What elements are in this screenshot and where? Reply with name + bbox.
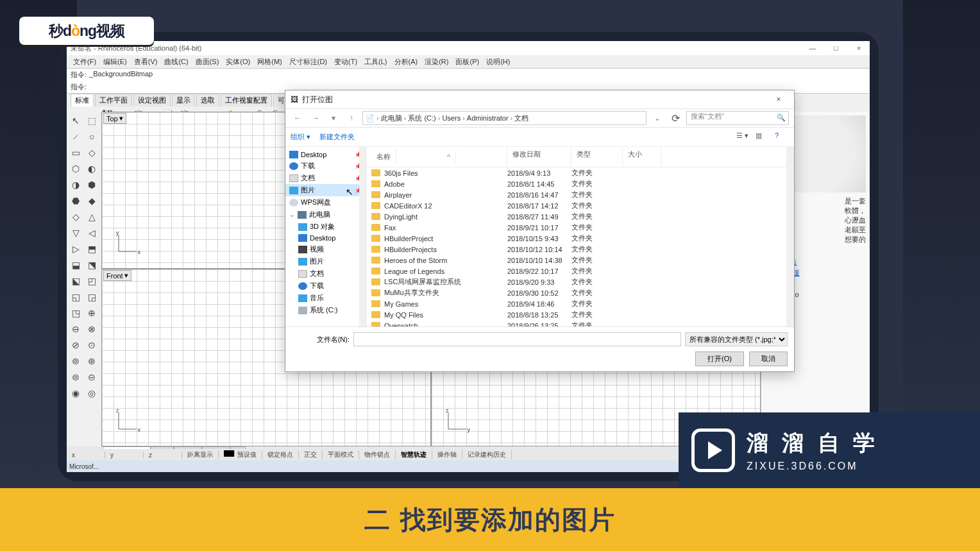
max-button[interactable]: □ (825, 41, 847, 55)
status-item[interactable]: 操作轴 (432, 450, 462, 459)
tree-node[interactable]: 图片📌 (285, 184, 366, 196)
organize-button[interactable]: 组织 ▾ (291, 132, 310, 142)
recent-dropdown[interactable]: ▾ (326, 111, 341, 125)
tool-tab[interactable]: 显示 (172, 94, 195, 106)
crumb-item[interactable]: Users (442, 114, 460, 122)
tree-node[interactable]: 音乐 (285, 292, 366, 304)
tool-button[interactable]: ▷ (68, 241, 83, 257)
tool-button[interactable]: ◰ (84, 273, 99, 289)
tree-node[interactable]: 图片 (285, 255, 366, 267)
tool-tab[interactable]: 选取 (196, 94, 219, 106)
help-button[interactable]: ? (775, 131, 789, 143)
menu-item[interactable]: 实体(O) (223, 57, 253, 67)
tree-scrollbar[interactable] (359, 147, 366, 326)
file-row[interactable]: HBuilderProject2018/10/15 9:43文件夹 (366, 233, 794, 244)
tool-tab[interactable]: 标准 (71, 94, 94, 106)
status-item[interactable]: 物件锁点 (359, 450, 396, 459)
tree-node[interactable]: 下载 (285, 280, 366, 292)
taskbar-item[interactable]: Microsof... (69, 463, 99, 470)
tool-button[interactable]: ▽ (68, 225, 83, 241)
filename-input[interactable] (353, 332, 681, 346)
status-item[interactable]: 正交 (299, 450, 323, 459)
tree-node[interactable]: WPS网盘 (285, 196, 366, 208)
crumb-item[interactable]: 系统 (C:) (408, 114, 435, 123)
file-row[interactable]: CADEditorX 122018/8/17 14:12文件夹 (366, 200, 794, 211)
file-row[interactable]: Airplayer2018/8/16 14:47文件夹 (366, 189, 794, 200)
menu-item[interactable]: 编辑(E) (101, 57, 130, 67)
status-item[interactable]: 预设值 (219, 450, 262, 459)
tool-button[interactable]: ⊚ (68, 353, 83, 369)
tree-node[interactable]: Desktop (285, 233, 366, 243)
breadcrumb[interactable]: 📄 ›此电脑›系统 (C:)›Users›Administrator›文档 (362, 111, 646, 125)
tool-button[interactable]: ⬡ (68, 161, 83, 176)
tool-tab[interactable]: 工作视窗配置 (221, 94, 272, 106)
menu-item[interactable]: 渲染(R) (422, 57, 451, 67)
tool-button[interactable]: ↖ (68, 113, 83, 128)
new-folder-button[interactable]: 新建文件夹 (319, 132, 355, 142)
tool-button[interactable]: ◲ (84, 289, 99, 305)
tool-button[interactable]: ⬕ (68, 273, 83, 289)
status-item[interactable]: 记录建构历史 (462, 450, 512, 459)
tree-node[interactable]: 下载📌 (285, 160, 366, 172)
file-row[interactable]: LSC局域网屏幕监控系统2018/9/20 9:33文件夹 (366, 276, 794, 287)
tool-button[interactable]: ◁ (84, 225, 99, 241)
menu-item[interactable]: 网格(M) (255, 57, 285, 67)
tool-button[interactable]: ⬒ (84, 241, 99, 257)
preview-pane-button[interactable]: ▥ (756, 131, 770, 143)
tool-button[interactable]: ⊕ (84, 305, 99, 321)
tool-button[interactable]: ⊗ (84, 321, 99, 337)
crumb-item[interactable]: Administrator (467, 114, 509, 122)
tree-node[interactable]: Desktop📌 (285, 149, 366, 160)
tree-node[interactable]: 文档 (285, 267, 366, 280)
menu-item[interactable]: 曲线(C) (162, 57, 190, 67)
tool-button[interactable]: ◇ (84, 145, 99, 160)
menu-item[interactable]: 工具(L) (362, 57, 389, 67)
vp-label-front[interactable]: Front▾ (103, 270, 131, 281)
status-item[interactable]: 锁定格点 (262, 450, 299, 459)
filelist-scrollbar[interactable] (786, 147, 794, 326)
file-row[interactable]: My Games2018/9/4 18:46文件夹 (366, 298, 794, 309)
tree-node[interactable]: ⌄此电脑 (285, 208, 366, 221)
col-date[interactable]: 修改日期 (507, 147, 571, 167)
menu-item[interactable]: 查看(V) (131, 57, 160, 67)
tool-button[interactable]: ⊝ (84, 369, 99, 385)
back-button[interactable]: ← (291, 111, 305, 125)
file-row[interactable]: 360js Files2018/9/4 9:13文件夹 (366, 167, 794, 178)
filetype-select[interactable]: 所有兼容的文件类型 (*.jpg;*.jp (685, 332, 788, 346)
col-size[interactable]: 大小 (623, 147, 661, 167)
min-button[interactable]: — (802, 41, 824, 55)
open-button[interactable]: 打开(O) (695, 352, 744, 366)
file-row[interactable]: Heroes of the Storm2018/10/10 14:38文件夹 (366, 255, 794, 266)
menu-item[interactable]: 变动(T) (332, 57, 360, 67)
col-name[interactable]: 名称 ^ (366, 147, 507, 167)
tool-button[interactable]: ⬓ (68, 257, 83, 273)
tool-button[interactable]: ⊖ (68, 321, 83, 337)
tool-button[interactable]: ⊛ (84, 353, 99, 369)
tool-tab[interactable]: 工作平面 (95, 94, 132, 106)
status-item[interactable]: 智慧轨迹 (396, 450, 432, 459)
up-button[interactable]: ↑ (344, 111, 359, 125)
crumb-item[interactable]: 文档 (514, 114, 528, 123)
tool-button[interactable]: ⟋ (68, 129, 83, 144)
tool-button[interactable]: ◆ (84, 193, 99, 208)
file-row[interactable]: Overwatch2018/9/26 13:25文件夹 (366, 320, 794, 326)
tool-button[interactable]: ◳ (68, 305, 83, 321)
tool-button[interactable]: ◇ (68, 209, 83, 225)
menu-item[interactable]: 面板(P) (453, 57, 482, 67)
crumb-item[interactable]: 此电脑 (381, 114, 402, 123)
vp-label-top[interactable]: Top▾ (103, 113, 126, 124)
crumb-dropdown[interactable]: ⌄ (650, 111, 664, 125)
tree-node[interactable]: 系统 (C:) (285, 304, 366, 316)
tool-button[interactable]: ⊜ (68, 369, 83, 385)
menu-item[interactable]: 说明(H) (484, 57, 512, 67)
tool-button[interactable]: ◑ (68, 177, 83, 192)
view-mode-button[interactable]: ☰ ▾ (736, 131, 750, 143)
refresh-button[interactable]: ⟳ (668, 111, 682, 125)
tool-button[interactable]: ⬔ (84, 257, 99, 273)
file-row[interactable]: HBuilderProjects2018/10/12 10:14文件夹 (366, 244, 794, 255)
tool-button[interactable]: ▭ (68, 145, 83, 160)
menu-item[interactable]: 分析(A) (392, 57, 421, 67)
menu-item[interactable]: 曲面(S) (193, 57, 222, 67)
status-item[interactable]: 距离显示 (182, 450, 219, 459)
tool-button[interactable]: ⊙ (84, 337, 99, 353)
